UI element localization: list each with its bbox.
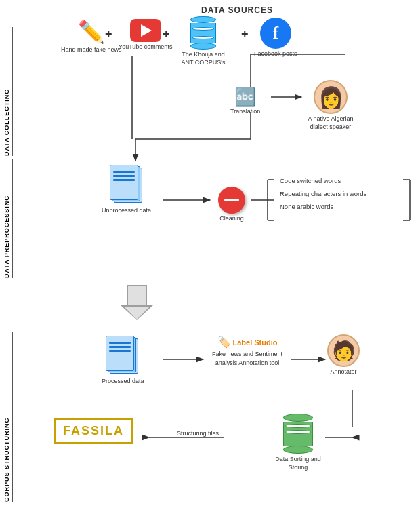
facebook-icon-item: f Facebook posts	[254, 18, 297, 58]
native-speaker-avatar: 👩	[314, 80, 348, 114]
plus-3: +	[241, 27, 249, 41]
section-structuring-label: CORPUS STRUCTURING	[1, 332, 15, 502]
native-speaker-item: 👩 A native Algerian dialect speaker	[303, 80, 358, 131]
section-collecting-label: DATA COLLECTING	[1, 27, 15, 156]
annotator-item: 🧑 Annotator	[327, 334, 360, 375]
unprocessed-data-item: Unprocessed data	[102, 165, 151, 214]
data-sorting-item: Data Sorting and Storing	[271, 414, 325, 471]
section-preprocessing-label: DATA PREPROCESSING	[1, 159, 15, 278]
data-sorting-db-icon	[283, 414, 313, 454]
khouja-icon-item: The Khouja and ANT CORPUS's	[176, 16, 230, 66]
fassila-box: FASSILA	[54, 418, 133, 444]
structuring-files-label: Structuring files	[164, 429, 232, 437]
diagram-container: DATA SOURCES DATA COLLECTING DATA PREPRO…	[0, 0, 420, 510]
processed-docs-icon	[106, 336, 140, 375]
plus-2: +	[163, 27, 170, 41]
cleaning-item-3: None arabic words	[280, 200, 404, 213]
data-sources-header: DATA SOURCES	[135, 5, 339, 15]
hollow-down-arrow	[121, 285, 153, 320]
facebook-icon: f	[260, 18, 291, 49]
translate-icon: 🔤	[234, 87, 256, 108]
fassila-item: FASSILA CORPUS	[54, 418, 87, 428]
khouja-db-icon	[190, 16, 216, 50]
cleaning-icon	[218, 187, 245, 214]
cleaning-items-list: Code switched words Repeating characters…	[276, 173, 404, 214]
cleaning-item-2: Repeating characters in words	[280, 187, 404, 200]
plus-1: +	[105, 27, 112, 41]
label-studio-item: 🏷️ Label Studio Fake news and Sentiment …	[203, 336, 291, 367]
pencil-icon: ✏️	[78, 19, 105, 45]
cleaning-item: Cleaning	[218, 187, 245, 222]
hand-made-icon-item: ✏️ Hand made fake news	[61, 19, 122, 54]
youtube-icon	[130, 19, 161, 42]
translation-icon-item: 🔤 Translation	[230, 87, 260, 115]
processed-data-item: Processed data	[102, 336, 144, 385]
unprocessed-docs-icon	[110, 165, 144, 204]
cleaning-item-1: Code switched words	[280, 174, 404, 187]
annotator-avatar: 🧑	[327, 334, 360, 367]
